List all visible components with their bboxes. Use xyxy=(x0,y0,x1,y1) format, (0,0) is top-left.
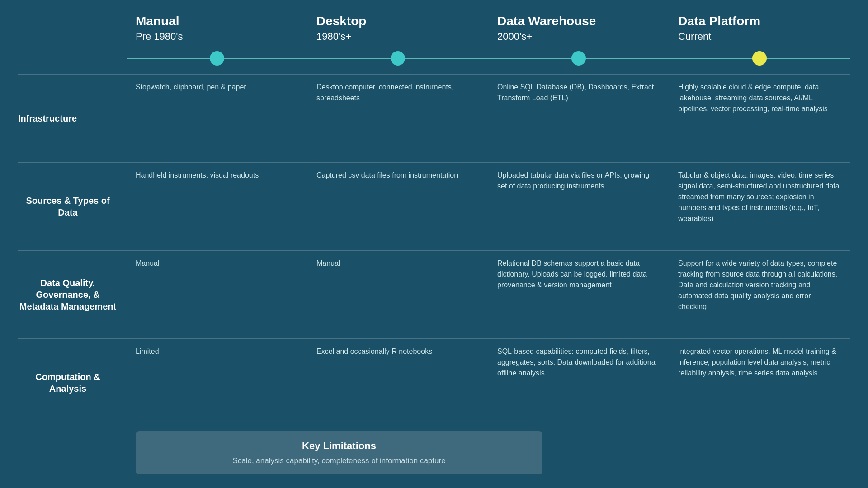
main-container: Manual Pre 1980's Desktop 1980's+ Data W… xyxy=(0,0,868,488)
key-limitations-text: Scale, analysis capability, completeness… xyxy=(149,456,529,465)
dot-desktop xyxy=(391,51,405,66)
content-rows: Infrastructure Stopwatch, clipboard, pen… xyxy=(18,74,850,427)
key-limitations-outer: Key Limitations Scale, analysis capabili… xyxy=(127,431,850,474)
key-limitations-title: Key Limitations xyxy=(149,440,529,452)
cell-quality-platform: Support for a wide variety of data types… xyxy=(669,251,850,338)
header-data-warehouse: Data Warehouse 2000's+ xyxy=(488,14,669,47)
cell-computation-platform: Integrated vector operations, ML model t… xyxy=(669,339,850,427)
key-limitations-box-wrapper: Key Limitations Scale, analysis capabili… xyxy=(136,431,542,474)
header-manual: Manual Pre 1980's xyxy=(127,14,307,47)
col-subtitle-data-platform: Current xyxy=(678,31,841,42)
cell-sources-desktop: Captured csv data files from instrumenta… xyxy=(307,163,488,250)
cell-sources-manual: Handheld instruments, visual readouts xyxy=(127,163,307,250)
col-subtitle-desktop: 1980's+ xyxy=(316,31,479,42)
col-subtitle-manual: Pre 1980's xyxy=(136,31,298,42)
header-empty xyxy=(18,14,127,47)
dot-manual xyxy=(210,51,224,66)
cell-computation-desktop: Excel and occasionally R notebooks xyxy=(307,339,488,427)
key-limitations-wrapper: Key Limitations Scale, analysis capabili… xyxy=(18,431,850,474)
row-label-text-quality: Data Quality, Governance, & Metadata Man… xyxy=(18,277,118,312)
timeline-dot-desktop xyxy=(307,51,488,66)
header-data-platform: Data Platform Current xyxy=(669,14,850,47)
header-row: Manual Pre 1980's Desktop 1980's+ Data W… xyxy=(18,14,850,47)
row-quality: Data Quality, Governance, & Metadata Man… xyxy=(18,250,850,338)
cell-infrastructure-manual: Stopwatch, clipboard, pen & paper xyxy=(127,75,307,162)
row-label-text-sources: Sources & Types of Data xyxy=(18,195,118,218)
row-computation: Computation & Analysis Limited Excel and… xyxy=(18,338,850,427)
col-title-data-platform: Data Platform xyxy=(678,14,841,29)
cell-sources-warehouse: Uploaded tabular data via files or APIs,… xyxy=(488,163,669,250)
timeline-dot-manual xyxy=(127,51,307,66)
cell-quality-desktop: Manual xyxy=(307,251,488,338)
row-label-infrastructure: Infrastructure xyxy=(18,75,127,162)
cell-infrastructure-warehouse: Online SQL Database (DB), Dashboards, Ex… xyxy=(488,75,669,162)
cell-computation-manual: Limited xyxy=(127,339,307,427)
row-label-computation: Computation & Analysis xyxy=(18,339,127,427)
col-subtitle-data-warehouse: 2000's+ xyxy=(497,31,660,42)
cell-infrastructure-desktop: Desktop computer, connected instruments,… xyxy=(307,75,488,162)
dot-data-platform xyxy=(752,51,767,66)
timeline-dot-data-warehouse xyxy=(488,51,669,66)
header-desktop: Desktop 1980's+ xyxy=(307,14,488,47)
row-label-quality: Data Quality, Governance, & Metadata Man… xyxy=(18,251,127,338)
cell-computation-warehouse: SQL-based capabilities: computed fields,… xyxy=(488,339,669,427)
row-label-text-computation: Computation & Analysis xyxy=(18,371,118,394)
row-infrastructure: Infrastructure Stopwatch, clipboard, pen… xyxy=(18,74,850,162)
col-title-manual: Manual xyxy=(136,14,298,29)
cell-quality-manual: Manual xyxy=(127,251,307,338)
row-sources: Sources & Types of Data Handheld instrum… xyxy=(18,162,850,250)
bottom-spacer xyxy=(18,431,127,474)
cell-infrastructure-platform: Highly scalable cloud & edge compute, da… xyxy=(669,75,850,162)
row-label-text-infrastructure: Infrastructure xyxy=(18,113,77,124)
cell-quality-warehouse: Relational DB schemas support a basic da… xyxy=(488,251,669,338)
col-title-data-warehouse: Data Warehouse xyxy=(497,14,660,29)
cell-sources-platform: Tabular & object data, images, video, ti… xyxy=(669,163,850,250)
dot-data-warehouse xyxy=(571,51,586,66)
timeline-dot-data-platform xyxy=(669,51,850,66)
row-label-sources: Sources & Types of Data xyxy=(18,163,127,250)
key-limitations-box: Key Limitations Scale, analysis capabili… xyxy=(136,431,542,474)
timeline-row xyxy=(18,47,850,70)
col-title-desktop: Desktop xyxy=(316,14,479,29)
